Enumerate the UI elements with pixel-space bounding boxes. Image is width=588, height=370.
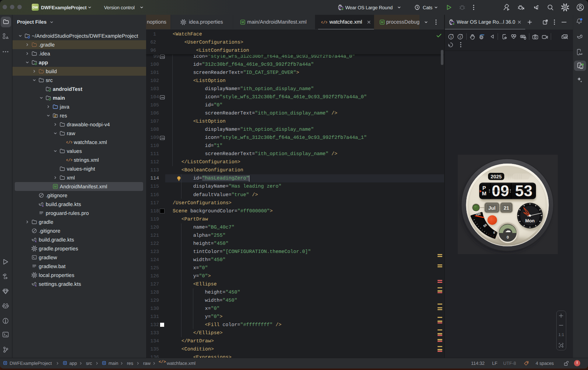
svg-text:Mon: Mon [525,218,535,223]
svg-text:21: 21 [504,205,509,211]
svg-text:53: 53 [515,182,532,199]
svg-text:M: M [54,185,57,188]
svg-text:</>: </> [321,21,327,25]
svg-text:0: 0 [493,231,495,234]
svg-text:0: 0 [506,235,509,240]
svg-text:09: 09 [492,182,509,199]
svg-text:2025: 2025 [491,174,502,179]
svg-text:K: K [35,285,37,287]
svg-text:Jul: Jul [488,205,496,211]
svg-text:P: P [482,185,486,191]
svg-text:</>: </> [66,141,72,145]
svg-text:M: M [482,191,486,197]
svg-text:M: M [381,20,384,24]
svg-text:K: K [42,205,44,208]
svg-text:2: 2 [459,35,461,39]
svg-text:</>: </> [66,158,72,163]
svg-text:M: M [242,20,244,24]
svg-text:1: 1 [450,35,452,39]
svg-text:K: K [35,240,37,243]
